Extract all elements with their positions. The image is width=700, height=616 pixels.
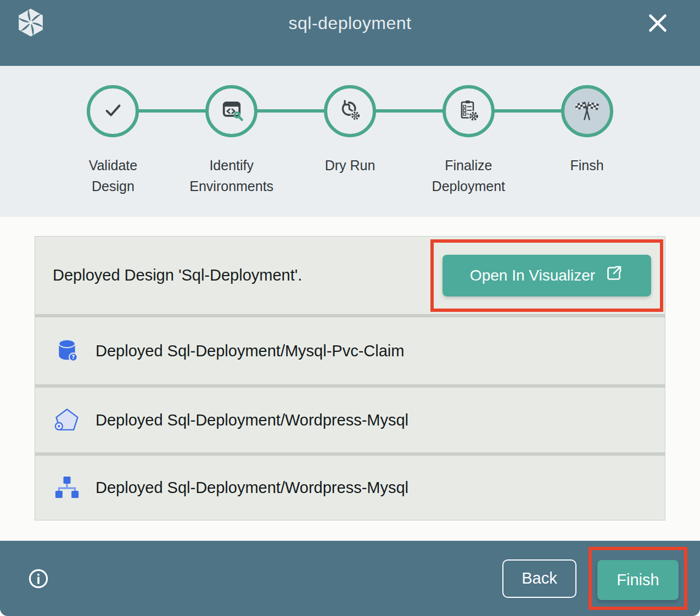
external-link-icon	[604, 264, 624, 287]
svg-text:?: ?	[72, 354, 75, 360]
deployed-item-text: Deployed Sql-Deployment/Wordpress-Mysql	[96, 411, 408, 429]
deployed-item-row: Deployed Sql-Deployment/Wordpress-Mysql	[35, 387, 665, 453]
step-label: Validate Design	[89, 155, 138, 197]
step-label: Identify Environments	[189, 155, 273, 197]
back-button[interactable]: Back	[502, 559, 576, 598]
step-circle-dry-run[interactable]	[324, 85, 376, 137]
finish-button[interactable]: Finish	[597, 560, 679, 600]
dry-run-icon	[337, 97, 363, 126]
deployed-item-text: Deployed Sql-Deployment/Wordpress-Mysql	[96, 479, 408, 497]
deployed-item-row: ? Deployed Sql-Deployment/Mysql-Pvc-Clai…	[35, 317, 665, 385]
deployment-wizard-modal: sql-deployment Validate	[0, 0, 700, 616]
modal-title: sql-deployment	[0, 13, 700, 33]
finalize-clipboard-icon	[455, 97, 481, 126]
wizard-stepper: Validate Design	[0, 66, 700, 217]
info-icon[interactable]	[26, 567, 51, 591]
step-finalize-deployment: Finalize Deployment	[409, 85, 528, 197]
deployed-design-text: Deployed Design 'Sql-Deployment'.	[53, 266, 302, 284]
step-circle-identify[interactable]	[205, 85, 257, 137]
open-in-visualizer-button[interactable]: Open In Visualizer	[443, 255, 651, 296]
annotation-highlight: Open In Visualizer	[430, 239, 663, 312]
step-validate-design: Validate Design	[54, 85, 172, 197]
pvc-database-icon: ?	[53, 337, 81, 365]
deployment-results: Deployed Design 'Sql-Deployment'. Open I…	[0, 217, 700, 520]
service-pentagon-icon	[53, 406, 81, 434]
deployed-item-row: Deployed Sql-Deployment/Wordpress-Mysql	[35, 455, 665, 520]
code-setup-icon	[219, 97, 245, 126]
step-finish: Finsh	[528, 85, 646, 197]
step-circle-finish[interactable]	[561, 85, 613, 137]
deployed-design-banner: Deployed Design 'Sql-Deployment'. Open I…	[35, 236, 665, 315]
step-identify-environments: Identify Environments	[172, 85, 291, 197]
step-dry-run: Dry Run	[291, 85, 410, 197]
deployment-hierarchy-icon	[53, 474, 81, 502]
modal-header: sql-deployment	[0, 0, 700, 66]
check-icon	[100, 98, 126, 125]
finish-flags-icon	[574, 97, 600, 126]
step-circle-finalize[interactable]	[443, 85, 495, 137]
annotation-highlight: Finish	[589, 547, 687, 610]
step-label: Finalize Deployment	[432, 155, 505, 197]
deployed-item-text: Deployed Sql-Deployment/Mysql-Pvc-Claim	[96, 342, 404, 360]
step-label: Finsh	[570, 155, 604, 176]
step-label: Dry Run	[325, 155, 376, 176]
modal-footer: Back Finish	[0, 541, 700, 616]
step-circle-validate[interactable]	[87, 85, 139, 137]
close-icon[interactable]	[645, 10, 671, 36]
